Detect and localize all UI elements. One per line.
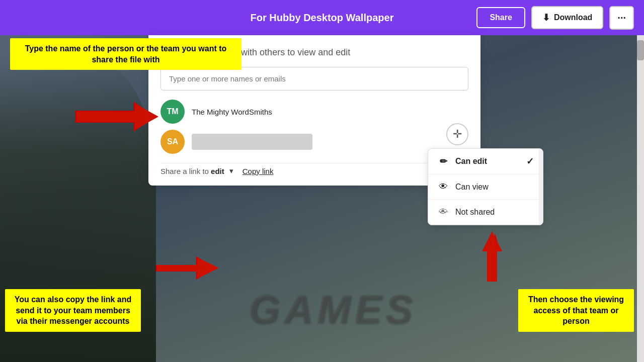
checkmark-icon: ✓ [526, 156, 534, 167]
chevron-down-icon: ▾ [229, 166, 233, 175]
add-person-icon: ✛ [453, 128, 462, 141]
header-bar: For Hubby Desktop Wallpaper Share ⬇ Down… [0, 0, 644, 35]
people-list: TM The Mighty WordSmiths SA [160, 100, 468, 154]
person-row-tm: TM The Mighty WordSmiths [160, 100, 468, 124]
games-text: GAMES [248, 286, 416, 332]
email-input[interactable] [160, 67, 468, 90]
header-actions: Share ⬇ Download ··· [476, 6, 634, 30]
can-edit-label: Can edit [455, 157, 487, 166]
dropdown-scrollbar[interactable] [539, 149, 543, 225]
download-button[interactable]: ⬇ Download [531, 6, 603, 29]
can-view-label: Can view [455, 183, 489, 192]
no-view-icon: 👁 [437, 207, 449, 217]
share-mode-dropdown[interactable]: ▾ [229, 166, 233, 175]
avatar-sa: SA [160, 130, 185, 154]
permission-dropdown: ✏ Can edit ✓ 👁 Can view 👁 Not shared [428, 148, 543, 225]
edit-icon: ✏ [437, 156, 449, 167]
dropdown-item-can-view[interactable]: 👁 Can view [428, 174, 543, 200]
annotation-copy-link: You can also copy the link and send it t… [5, 289, 141, 332]
dropdown-item-not-shared[interactable]: 👁 Not shared [428, 200, 543, 225]
scrollbar-thumb[interactable] [637, 40, 644, 60]
scrollbar[interactable] [637, 35, 644, 362]
person-row-sa: SA [160, 130, 468, 154]
download-label: Download [554, 13, 592, 22]
view-icon: 👁 [437, 182, 449, 192]
dropdown-item-can-edit[interactable]: ✏ Can edit ✓ [428, 149, 543, 174]
document-title: For Hubby Desktop Wallpaper [251, 12, 394, 24]
more-options-button[interactable]: ··· [609, 6, 634, 30]
person-name-blurred [192, 134, 312, 150]
share-button[interactable]: Share [476, 7, 525, 28]
copy-link-button[interactable]: Copy link [243, 167, 274, 175]
download-icon: ⬇ [542, 12, 550, 23]
annotation-type-name: Type the name of the person or the team … [10, 38, 242, 70]
games-area: GAMES [186, 277, 478, 342]
share-link-label: Share a link to edit [160, 167, 224, 175]
not-shared-label: Not shared [455, 208, 495, 217]
annotation-choose-access: Then choose the viewing access of that t… [518, 289, 634, 332]
add-people-button[interactable]: ✛ [446, 123, 468, 145]
person-name-tm: The Mighty WordSmiths [192, 108, 272, 116]
avatar-tm: TM [160, 100, 185, 124]
share-link-row: Share a link to edit ▾ Copy link [160, 163, 468, 175]
